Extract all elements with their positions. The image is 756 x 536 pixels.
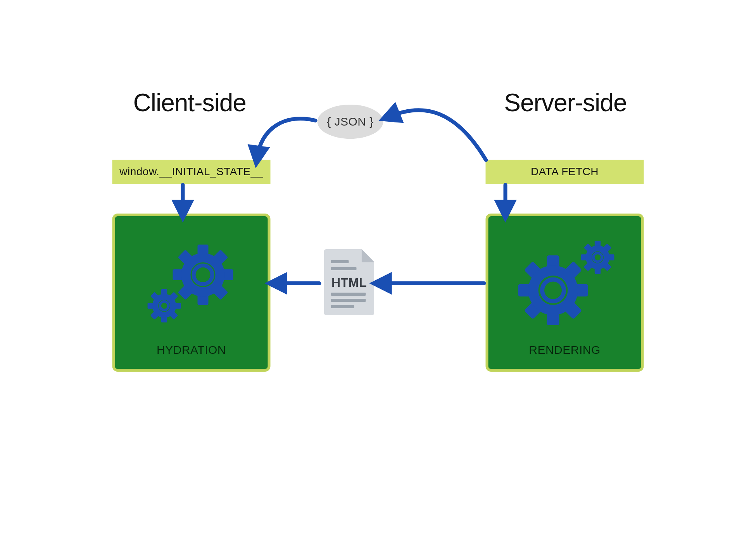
gears-icon (141, 240, 242, 327)
heading-client-side: Client-side (133, 88, 246, 117)
diagram-stage: Client-side Server-side window.__INITIAL… (95, 67, 662, 469)
html-document-icon: HTML (324, 249, 375, 315)
gears-icon (507, 236, 623, 331)
heading-server-side: Server-side (504, 88, 627, 117)
arrow-json-to-initialstate (257, 119, 316, 157)
label-data-fetch: DATA FETCH (486, 160, 644, 184)
html-file-label: HTML (324, 276, 375, 290)
json-node: { JSON } (318, 105, 383, 139)
arrow-datafetch-to-json (389, 110, 486, 160)
box-hydration: HYDRATION (112, 214, 271, 372)
label-initial-state: window.__INITIAL_STATE__ (112, 160, 271, 184)
box-rendering: RENDERING (486, 214, 644, 372)
box-rendering-caption: RENDERING (488, 343, 641, 357)
box-hydration-caption: HYDRATION (115, 343, 268, 357)
